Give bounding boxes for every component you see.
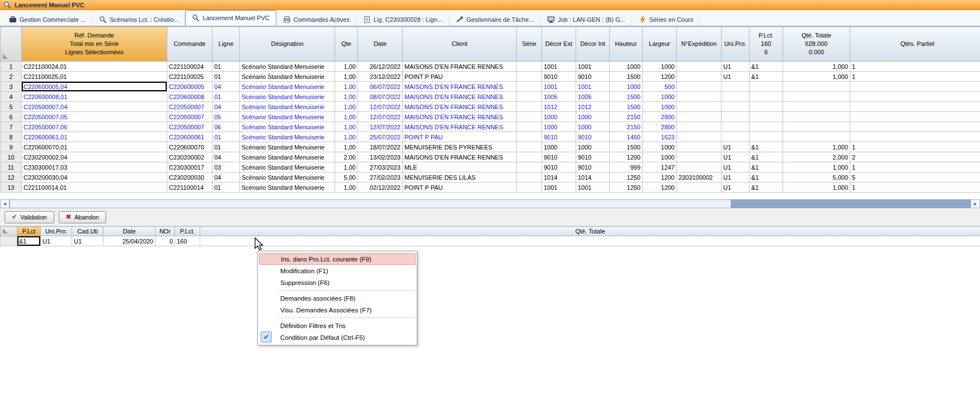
cell-serie[interactable] [517,82,542,92]
tab-job-lan-gen-b-g[interactable]: Job : LAN-GEN : (B) G... [540,12,632,26]
cell-qte[interactable]: 1,00 [335,92,358,102]
cell-qte-totale[interactable] [783,112,850,122]
cell-serie[interactable] [517,112,542,122]
cell-decor-ext[interactable]: 1000 [542,122,576,132]
cell-ligne[interactable]: 01 [213,92,240,102]
cell-uni-pro[interactable] [722,92,750,102]
cell-hauteur[interactable]: 1500 [610,72,643,82]
cell-ligne[interactable]: 04 [213,172,240,183]
cell-n-expedition[interactable] [677,102,722,112]
cell-ref-demande[interactable]: C220600061,01 [22,132,167,142]
cell-serie[interactable] [517,92,542,102]
cell-n-expedition[interactable] [677,183,722,193]
cell-decor-int[interactable]: 1000 [576,142,610,152]
column-header-qte[interactable]: Qte [335,27,358,62]
cell-n-expedition[interactable] [677,122,722,132]
cell-qte-totale[interactable] [783,132,850,142]
cell-serie[interactable] [517,132,542,142]
cell-serie[interactable] [517,72,542,82]
cell-commande[interactable]: C221100024 [167,62,213,72]
cell-client[interactable]: MENUISERIE DES LILAS [403,172,517,183]
table-row[interactable]: 6C220500007,05C22050000705Scénario Stand… [1,112,980,122]
cell-p-lct[interactable]: &1 [750,152,783,162]
cell-hauteur[interactable]: 1000 [610,62,643,72]
cell-serie[interactable] [517,142,542,152]
cell-ligne[interactable]: 04 [213,82,240,92]
cell-uni-pro[interactable] [722,112,750,122]
cell-client[interactable]: POINT P PAU [403,72,517,82]
column-header-p-lct[interactable]: P.Lct [17,227,41,236]
cell-uni-pro[interactable]: U1 [722,152,750,162]
cell-decor-ext[interactable]: 1000 [542,112,576,122]
cell-n-expedition[interactable] [677,152,722,162]
cell-largeur[interactable]: 1000 [643,92,677,102]
cell-qtes-partiel[interactable]: 1 [850,62,980,72]
table-row[interactable]: 13C221100014,01C22110001401Scénario Stan… [1,183,980,193]
cell-uni-pro[interactable] [722,82,750,92]
cell-largeur[interactable]: 1247 [643,162,677,172]
cell-client[interactable]: MAISONS D'EN FRANCE RENNES [403,122,517,132]
cell-decor-ext[interactable]: 9010 [542,152,576,162]
cell-date[interactable]: 27/02/2023 [358,172,403,183]
cell-client[interactable]: MAISONS D'EN FRANCE RENNES [403,92,517,102]
cell-qte[interactable]: 1,00 [335,132,358,142]
cell-hauteur[interactable]: 1200 [610,152,643,162]
cell-decor-int[interactable]: 1001 [576,62,610,72]
cell-uni-pro[interactable]: U1 [722,162,750,172]
cell-qte-totale[interactable] [783,102,850,112]
table-row[interactable]: 5C220500007,04C22050000704Scénario Stand… [1,102,980,112]
cell-client[interactable]: POINT P PAU [403,132,517,142]
column-header-commande[interactable]: Commande [167,27,213,62]
cell-p-lct[interactable] [750,82,783,92]
menu-item-modification-f1[interactable]: Modification (F1) [259,265,416,277]
cell-p-lct[interactable]: &1 [750,62,783,72]
abandon-button[interactable]: Abandon [59,211,106,223]
cell-date[interactable]: 27/03/2023 [358,162,403,172]
row-number[interactable]: 10 [1,152,22,162]
cell-commande[interactable]: C220600008 [167,92,213,102]
cell-qte[interactable]: 1,00 [335,142,358,152]
row-number[interactable]: 13 [1,183,22,193]
cell-qte[interactable]: 1,00 [335,82,358,92]
cell-designation[interactable]: Scénario Standard Menuiserie [240,183,335,193]
cell-p-lct[interactable] [750,122,783,132]
cell-qte-totale[interactable] [200,236,980,246]
cell-largeur[interactable]: 1000 [643,152,677,162]
cell-serie[interactable] [517,122,542,132]
column-header-client[interactable]: Client [403,27,517,62]
cell-commande[interactable]: C221100025 [167,72,213,82]
cell-serie[interactable] [517,162,542,172]
row-number[interactable]: 9 [1,142,22,152]
cell-p-lct[interactable]: &1 [750,172,783,183]
cell-decor-ext[interactable]: 1001 [542,82,576,92]
cell-hauteur[interactable]: 1250 [610,183,643,193]
cell-qtes-partiel[interactable] [850,82,980,92]
cell-ligne[interactable]: 01 [213,72,240,82]
cell-ref-demande[interactable]: C220500007,04 [22,102,167,112]
cell-qte-totale[interactable]: 1,000 [783,162,850,172]
tab-series-en-cours[interactable]: Séries en Cours [632,12,700,26]
cell-largeur[interactable]: 1000 [643,62,677,72]
cell-qte[interactable]: 5,00 [335,172,358,183]
cell-decor-int[interactable]: 1001 [576,183,610,193]
cell-p-lct[interactable] [750,112,783,122]
menu-item-ins-dans-pro-lct-courante-f9[interactable]: Ins. dans Pro.Lct. courante (F9) [259,253,416,265]
cell-serie[interactable] [517,62,542,72]
menu-item-condition-par-defaut-ctrl-f5[interactable]: ✔Condition par Défaut (Ctrl-F5) [259,331,416,343]
cell-qte[interactable]: 1,00 [335,102,358,112]
cell-p-lct[interactable] [750,132,783,142]
column-header-ligne[interactable]: Ligne [213,27,240,62]
cell-hauteur[interactable]: 1450 [610,132,643,142]
cell-commande[interactable]: C230200030 [167,172,213,183]
cell-serie[interactable] [517,183,542,193]
cell-decor-int[interactable]: 1014 [576,172,610,183]
cell-date[interactable]: 23/12/2022 [358,72,403,82]
cell-ref-demande[interactable]: C220500007,06 [22,122,167,132]
cell-designation[interactable]: Scénario Standard Menuiserie [240,132,335,142]
cell-uni-pro[interactable] [722,102,750,112]
cell-largeur[interactable]: 1200 [643,72,677,82]
column-header-qtes-partiel[interactable]: Qtés. Partiel [850,27,980,62]
validation-button[interactable]: Validation [4,211,54,223]
cell-qtes-partiel[interactable] [850,122,980,132]
cell-decor-int[interactable]: 9010 [576,132,610,142]
